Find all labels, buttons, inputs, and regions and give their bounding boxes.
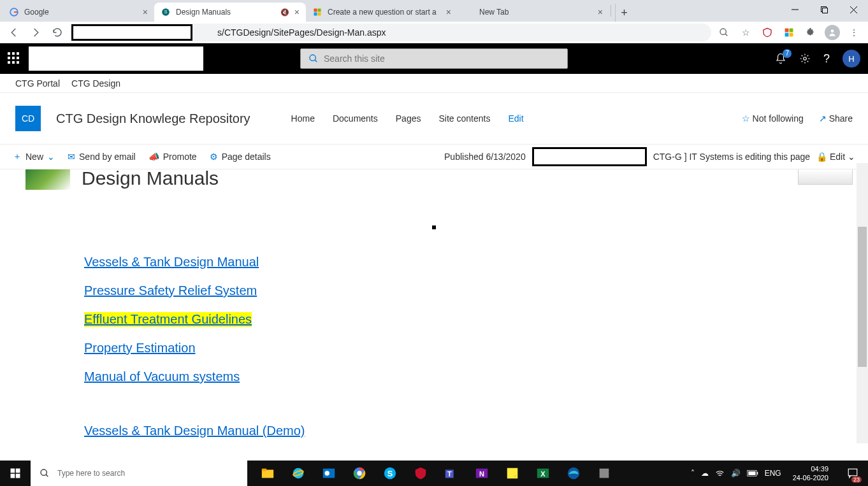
promote-button[interactable]: 📣Promote [148, 152, 197, 162]
scrollbar-thumb[interactable] [858, 227, 867, 367]
manual-link[interactable]: Property Estimation [84, 341, 196, 355]
mcafee-icon[interactable] [758, 24, 776, 41]
svg-rect-42 [756, 472, 758, 475]
svg-point-9 [720, 29, 726, 34]
settings-button[interactable] [799, 53, 811, 64]
site-title[interactable]: CTG Design Knowlege Repository [56, 111, 250, 126]
nav-edit[interactable]: Edit [508, 113, 523, 124]
file-explorer-icon[interactable] [252, 461, 283, 486]
teams-icon[interactable]: T [436, 461, 467, 486]
manual-link-highlighted[interactable]: Effluent Treatment Guidelines [84, 312, 252, 327]
browser-tab[interactable]: New Tab × [458, 3, 609, 22]
browser-tab[interactable]: Create a new question or start a × [306, 3, 458, 22]
vertical-scrollbar[interactable] [857, 163, 868, 443]
manual-links: Vessels & Tank Design Manual Pressure Sa… [84, 255, 843, 461]
minimize-button[interactable] [780, 0, 809, 19]
kebab-menu-icon[interactable]: ⋮ [845, 24, 863, 41]
profile-avatar[interactable] [823, 24, 841, 41]
onedrive-icon[interactable]: ☁ [701, 469, 709, 478]
svg-rect-4 [318, 9, 321, 12]
edge-icon[interactable] [558, 461, 589, 486]
unknown-app-icon[interactable] [589, 461, 619, 486]
follow-button[interactable]: ☆ Not following [742, 113, 804, 124]
zoom-icon[interactable] [715, 24, 733, 41]
maximize-button[interactable] [809, 0, 839, 19]
breadcrumb-link[interactable]: CTG Design [71, 78, 120, 89]
taskbar-clock[interactable]: 04:39 24-06-2020 [788, 464, 834, 482]
mute-icon[interactable]: 🔇 [280, 8, 289, 17]
close-icon[interactable]: × [143, 7, 148, 17]
nav-documents[interactable]: Documents [333, 113, 378, 124]
close-icon[interactable]: × [598, 7, 603, 17]
back-button[interactable] [5, 24, 23, 41]
sharepoint-favicon: S [161, 7, 171, 17]
browser-tabstrip: Google × S Design Manuals 🔇 × Create a n… [0, 0, 868, 22]
url-bar[interactable]: 🔒 s/CTGDesign/SitePages/Design-Man.aspx [70, 24, 711, 41]
outlook-icon[interactable] [314, 461, 344, 486]
breadcrumb-link[interactable]: CTG Portal [15, 78, 60, 89]
decorative-image [798, 169, 853, 185]
forward-button[interactable] [27, 24, 45, 41]
share-button[interactable]: ↗ Share [819, 113, 853, 124]
nav-home[interactable]: Home [291, 113, 315, 124]
star-icon[interactable]: ☆ [737, 24, 755, 41]
app-launcher-icon[interactable] [8, 52, 20, 65]
tab-title: Google [24, 8, 138, 17]
nav-pages[interactable]: Pages [396, 113, 421, 124]
search-input[interactable] [324, 54, 560, 64]
ie-icon[interactable] [283, 461, 314, 486]
wifi-icon[interactable] [715, 469, 725, 478]
volume-icon[interactable]: 🔊 [731, 469, 741, 478]
windows-ext-icon[interactable] [780, 24, 798, 41]
language-indicator[interactable]: ENG [765, 469, 781, 478]
ms-favicon [312, 7, 322, 17]
plus-icon: ＋ [13, 151, 22, 162]
close-icon[interactable]: × [446, 7, 451, 17]
window-controls [780, 0, 868, 19]
manual-link[interactable]: Manual of Vacuum systems [84, 369, 240, 384]
battery-icon[interactable] [747, 469, 758, 477]
send-email-button[interactable]: ✉Send by email [68, 152, 136, 162]
new-button[interactable]: ＋New⌄ [13, 151, 55, 162]
manual-link[interactable]: Vessels & Tank Design Manual [84, 255, 259, 269]
start-button[interactable] [0, 461, 31, 486]
svg-rect-11 [790, 28, 793, 32]
close-window-button[interactable] [839, 0, 868, 19]
help-button[interactable]: ? [823, 52, 830, 66]
nav-site-contents[interactable]: Site contents [438, 113, 490, 124]
edit-page-button[interactable]: 🔒 Edit ⌄ [816, 152, 855, 162]
system-tray: ˄ ☁ 🔊 ENG 04:39 24-06-2020 23 [691, 461, 868, 486]
editing-status: CTG-G ] IT Systems is editing this page [653, 152, 810, 162]
svg-text:X: X [540, 470, 546, 478]
svg-point-27 [325, 471, 329, 475]
notification-badge: 7 [783, 49, 792, 58]
onenote-icon[interactable]: N [467, 461, 497, 486]
svg-rect-20 [16, 474, 20, 478]
browser-tab-active[interactable]: S Design Manuals 🔇 × [154, 3, 306, 22]
reload-button[interactable] [48, 24, 66, 41]
manual-link[interactable]: Pressure Safety Relief System [84, 283, 257, 298]
browser-tab[interactable]: Google × [3, 3, 154, 22]
sharepoint-search[interactable] [300, 48, 568, 69]
svg-text:S: S [164, 10, 168, 14]
close-icon[interactable]: × [294, 7, 300, 17]
manual-link-demo[interactable]: Vessels & Tank Design Manual (Demo) [84, 424, 305, 438]
action-center-icon[interactable]: 23 [840, 461, 865, 486]
excel-icon[interactable]: X [528, 461, 558, 486]
redacted-author [532, 147, 647, 166]
notifications-button[interactable]: 7 [775, 53, 786, 64]
chrome-icon[interactable] [344, 461, 375, 486]
page-details-button[interactable]: ⚙Page details [210, 152, 271, 162]
mcafee-taskbar-icon[interactable] [405, 461, 436, 486]
extensions-icon[interactable] [802, 24, 820, 41]
windows-taskbar: Type here to search S T N X ˄ ☁ 🔊 ENG 04… [0, 461, 868, 486]
page-title: Design Manuals [82, 169, 219, 189]
taskbar-search[interactable]: Type here to search [31, 461, 247, 486]
site-logo[interactable]: CD [15, 106, 41, 131]
user-avatar[interactable]: H [843, 50, 860, 68]
tray-overflow-icon[interactable]: ˄ [691, 469, 695, 478]
skype-icon[interactable]: S [375, 461, 405, 486]
sticky-notes-icon[interactable] [497, 461, 528, 486]
new-tab-button[interactable]: + [615, 4, 633, 22]
svg-rect-5 [314, 13, 317, 16]
